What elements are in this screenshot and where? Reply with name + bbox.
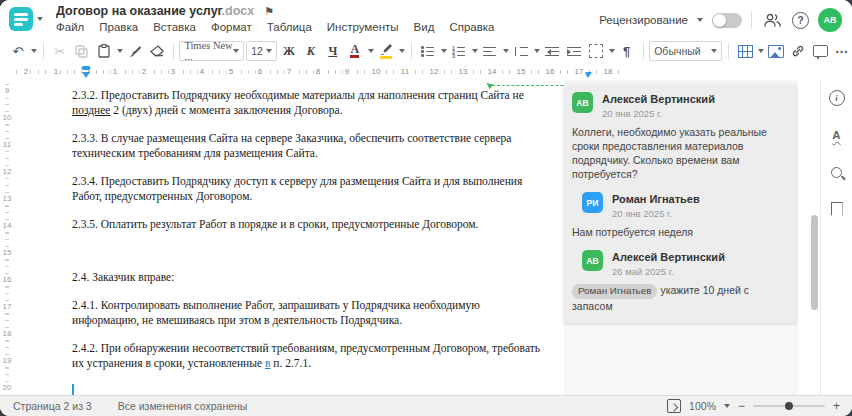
insert-table-icon [738,45,753,58]
bullet-list-button[interactable] [418,41,438,61]
app-logo-icon[interactable] [9,7,33,31]
horizontal-ruler[interactable]: 21123456789101112131415161718 [0,64,852,81]
underlined-text: позднее [72,104,110,116]
numbered-list-caret-icon[interactable] [472,49,478,53]
insert-table-caret-icon[interactable] [758,49,764,53]
insert-link-button[interactable] [788,41,808,61]
bold-button[interactable]: Ж [279,41,299,61]
zoom-out-button[interactable]: − [738,399,745,413]
ruler-number: 4 [198,67,206,76]
format-painter-icon [128,45,142,58]
font-color-caret-icon[interactable] [368,49,374,53]
decrease-indent-button[interactable] [542,41,562,61]
format-painter-button[interactable] [125,41,145,61]
increase-indent-button[interactable] [564,41,584,61]
paste-button[interactable] [94,41,114,61]
align-caret-icon[interactable] [503,49,509,53]
undo-icon: ↶ [13,44,24,59]
ruler-number: 3 [169,67,177,76]
flag-icon[interactable]: ⚑ [264,5,274,17]
zoom-caret-icon[interactable] [724,404,730,408]
review-mode-label[interactable]: Рецензирование [599,14,688,26]
bullet-list-caret-icon[interactable] [441,49,447,53]
zoom-value[interactable]: 100% [689,400,716,412]
undo-caret-icon[interactable] [31,49,37,53]
vertical-ruler[interactable]: 91011121314151617181920 [0,80,14,396]
logo-menu-caret-icon[interactable] [37,17,43,21]
ruler-number: 1 [52,67,60,76]
insert-table-button[interactable] [735,41,755,61]
right-sidebar: i А [820,80,852,396]
line-spacing-button[interactable] [511,41,531,61]
text-segment: 2.3.4. Предоставить Подрядчику доступ к … [72,175,522,187]
menu-table[interactable]: Таблица [267,21,312,33]
line-spacing-caret-icon[interactable] [534,49,540,53]
text-segment: техническим требованиям для размещения С… [72,147,318,159]
page-counter[interactable]: Страница 2 из 3 [13,400,92,412]
about-icon[interactable]: i [827,88,847,108]
menu-help[interactable]: Справка [449,21,494,33]
copy-button[interactable] [72,41,92,61]
text-line: 2.3.3. В случае размещения Сайта на серв… [72,131,542,146]
fit-page-icon[interactable] [667,399,681,413]
scrollbar[interactable] [811,80,818,396]
ruler-number: 2 [140,67,148,76]
user-avatar[interactable]: АВ [818,8,842,32]
cut-button[interactable]: ✂ [50,41,70,61]
menu-tools[interactable]: Инструменты [327,21,399,33]
highlight-caret-icon[interactable] [399,49,405,53]
comment-reply[interactable]: АВАлексей Вертинский26 май 2025 г.Роман … [572,250,788,313]
font-name-selector[interactable]: Times New ... [179,41,244,61]
ruler-number: 11 [1,140,13,149]
text-line: техническим требованиям для размещения С… [72,146,542,161]
document-title-text: Договор на оказание услуг [56,4,222,18]
text-line: 2.3.5. Оплатить результат Работ в порядк… [72,217,542,232]
paste-caret-icon[interactable] [117,49,123,53]
zoom-slider-handle[interactable] [785,402,793,410]
show-marks-button[interactable]: ¶ [617,41,637,61]
menu-file[interactable]: Файл [56,21,84,33]
align-button[interactable] [480,41,500,61]
numbered-list-button[interactable]: 123 [449,41,469,61]
zoom-slider[interactable] [753,405,825,407]
zoom-in-button[interactable]: + [833,399,840,413]
review-mode-caret-icon[interactable] [697,18,703,22]
menu-edit[interactable]: Правка [99,21,138,33]
menu-format[interactable]: Формат [211,21,252,33]
menu-insert[interactable]: Вставка [153,21,196,33]
more-button[interactable]: ⋯ [832,41,852,61]
comment-text: Нам потребуется неделя [572,225,788,239]
scrollbar-thumb[interactable] [811,215,818,310]
comment-reply[interactable]: РИРоман Игнатьев20 янв 2025 г.Нам потреб… [572,192,788,239]
paragraph-borders-caret-icon[interactable] [609,49,615,53]
indent-marker-top[interactable] [82,66,91,70]
spellcheck-icon[interactable]: А [827,125,847,145]
mention-chip[interactable]: Роман Игнатьев [572,284,657,299]
paragraph: 2.4. Заказчик вправе: [72,270,542,285]
menu-view[interactable]: Вид [414,21,435,33]
insert-image-button[interactable] [766,41,786,61]
style-selector[interactable]: Обычный [649,41,722,61]
ruler-number: 19 [1,356,13,365]
comment[interactable]: АВАлексей Вертинский20 янв 2025 г.Коллег… [572,92,788,181]
first-line-indent-marker[interactable] [82,72,90,78]
font-color-button[interactable]: А [345,41,365,61]
undo-button[interactable]: ↶ [8,41,28,61]
bookmark-icon[interactable] [827,199,847,219]
document-text[interactable]: 2.3.2. Предоставить Подрядчику необходим… [72,88,542,403]
search-icon[interactable] [827,162,847,182]
underline-button[interactable]: Ч [323,41,343,61]
font-size-selector[interactable]: 12 [246,41,277,61]
help-icon[interactable]: ? [792,12,809,29]
comment-thread[interactable]: АВАлексей Вертинский20 янв 2025 г.Коллег… [564,84,796,323]
text-line: 2.3.4. Предоставить Подрядчику доступ к … [72,174,542,189]
clear-formatting-button[interactable] [147,41,167,61]
collaboration-users-icon[interactable] [761,9,783,31]
italic-button[interactable]: К [301,41,321,61]
comment-avatar: АВ [572,92,593,113]
insert-comment-button[interactable] [810,41,830,61]
paragraph-borders-button[interactable] [586,41,606,61]
highlight-color-button[interactable] [376,41,396,61]
review-toggle[interactable] [712,13,742,28]
comment-anchor-line [492,85,573,86]
